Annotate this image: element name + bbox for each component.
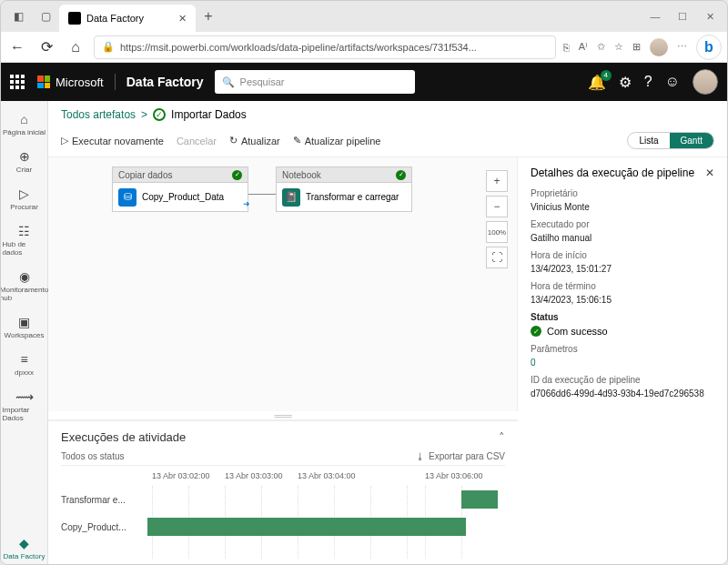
search-icon: 🔍: [222, 76, 235, 88]
copy-data-node[interactable]: Copiar dados✓ ⛁ Copy_Product_Data ➜: [112, 166, 248, 212]
waffle-icon[interactable]: [10, 75, 26, 89]
feedback-icon[interactable]: ☺: [665, 74, 680, 90]
view-gantt[interactable]: Gantt: [670, 133, 713, 148]
breadcrumb-current: Importar Dados: [171, 108, 247, 121]
gantt-time-1: 13 Abr 03:02:00: [152, 471, 210, 480]
notifications-button[interactable]: 🔔4: [588, 74, 606, 91]
export-csv-button[interactable]: ⭳ Exportar para CSV: [416, 451, 505, 461]
home-icon: ⌂: [15, 110, 34, 128]
check-icon: ✓: [232, 170, 242, 180]
lock-icon: 🔒: [102, 41, 115, 53]
favorites-bar-icon[interactable]: ☆: [614, 41, 623, 53]
runby-value: Gatilho manual: [531, 233, 714, 243]
connector: [248, 194, 276, 195]
owner-value: Vinicius Monte: [531, 202, 714, 212]
microsoft-icon: [37, 76, 50, 88]
copy-url-icon[interactable]: ⎘: [563, 42, 570, 53]
search-placeholder: Pesquisar: [240, 76, 285, 87]
rail-import[interactable]: ⟿Importar Dados: [3, 384, 46, 426]
status-filter[interactable]: Todos os status: [61, 451, 124, 461]
gantt-row-copy[interactable]: Copy_Product...: [61, 513, 505, 540]
address-bar: ← ⟳ ⌂ 🔒 https://msit.powerbi.com/workloa…: [1, 32, 727, 63]
runby-label: Executado por: [531, 219, 714, 229]
resizer-handle[interactable]: ═══: [48, 411, 518, 420]
user-avatar[interactable]: [693, 69, 718, 95]
download-icon: ⭳: [416, 451, 425, 461]
rail-browse[interactable]: ▷Procurar: [3, 181, 46, 215]
rail-home[interactable]: ⌂Página inicial: [3, 106, 46, 140]
back-button[interactable]: ←: [6, 36, 28, 58]
breadcrumb-root[interactable]: Todos artefatos: [61, 108, 136, 121]
zoom-controls: + − 100% ⛶: [486, 170, 508, 268]
details-pane: Detalhes da execução de pipeline ✕ Propr…: [518, 157, 727, 564]
view-list[interactable]: Lista: [628, 133, 669, 148]
refresh-pipeline-button[interactable]: ✎Atualizar pipeline: [293, 135, 381, 146]
gantt-time-3: 13 Abr 03:04:00: [298, 471, 356, 480]
refresh-button[interactable]: ⟳: [35, 36, 57, 58]
toolbar: ▷Executar novamente Cancelar ↻Atualizar …: [48, 128, 727, 157]
datafactory-icon: ◆: [15, 534, 34, 552]
rail-create[interactable]: ⊕Criar: [3, 144, 46, 177]
browser-avatar[interactable]: [650, 38, 668, 56]
rail-monitor[interactable]: ◉Monitoramento hub: [3, 264, 46, 306]
check-icon: ✓: [396, 170, 406, 180]
tab-close-icon[interactable]: ✕: [178, 13, 187, 25]
gantt-row-transform[interactable]: Transformar e...: [61, 486, 505, 513]
close-details-button[interactable]: ✕: [705, 166, 714, 179]
bing-icon[interactable]: b: [696, 35, 722, 60]
window-maximize-button[interactable]: ☐: [669, 4, 696, 29]
more-icon[interactable]: ⋯: [677, 41, 687, 53]
ms-logo: Microsoft: [37, 76, 104, 89]
params-label: Parâmetros: [531, 344, 714, 354]
zoom-reset-button[interactable]: ⛶: [486, 247, 508, 268]
zoom-out-button[interactable]: −: [486, 196, 508, 217]
favorite-icon[interactable]: ✩: [597, 41, 605, 53]
zoom-in-button[interactable]: +: [486, 170, 508, 192]
gantt-time-2: 13 Abr 03:03:00: [225, 471, 283, 480]
pipeline-canvas[interactable]: Copiar dados✓ ⛁ Copy_Product_Data ➜ Note…: [48, 157, 518, 411]
gantt-time-4: 13 Abr 03:06:00: [425, 471, 483, 480]
status-label: Status: [531, 312, 714, 322]
rerun-button[interactable]: ▷Executar novamente: [61, 135, 164, 146]
browser-tab[interactable]: Data Factory ✕: [59, 5, 196, 32]
new-tab-button[interactable]: +: [196, 4, 221, 29]
product-name: Data Factory: [126, 75, 204, 89]
left-rail: ⌂Página inicial ⊕Criar ▷Procurar ☷Hub de…: [1, 101, 48, 564]
success-icon: ✓: [153, 108, 166, 121]
data-hub-icon: ☷: [15, 222, 34, 240]
extensions-icon[interactable]: ⊞: [632, 41, 641, 53]
home-button[interactable]: ⌂: [65, 36, 86, 58]
tab-title: Data Factory: [86, 13, 144, 24]
workspaces-icon: ▣: [15, 313, 34, 331]
breadcrumb: Todos artefatos > ✓ Importar Dados: [48, 101, 727, 128]
output-port-icon[interactable]: ➜: [243, 199, 250, 208]
help-icon[interactable]: ?: [644, 74, 652, 90]
rail-datafactory[interactable]: ◆Data Factory: [3, 530, 46, 564]
success-dot-icon: ✓: [531, 326, 541, 337]
notebook-icon: 📓: [282, 188, 300, 207]
window-close-button[interactable]: ✕: [696, 4, 723, 29]
window-minimize-button[interactable]: —: [642, 4, 669, 29]
notebook-node[interactable]: Notebook✓ 📓 Transformar e carregar: [276, 166, 412, 212]
tab-favicon: [68, 12, 81, 25]
url-text: https://msit.powerbi.com/workloads/data-…: [120, 42, 477, 53]
rail-onelake[interactable]: ☷Hub de dados: [3, 218, 46, 260]
search-input[interactable]: 🔍 Pesquisar: [215, 70, 415, 94]
url-input[interactable]: 🔒 https://msit.powerbi.com/workloads/dat…: [94, 35, 556, 59]
settings-icon[interactable]: ⚙: [619, 74, 632, 91]
params-value[interactable]: 0: [531, 358, 714, 368]
read-aloud-icon[interactable]: A⁾: [579, 41, 588, 53]
start-value: 13/4/2023, 15:01:27: [531, 264, 714, 274]
refresh-list-button[interactable]: ↻Atualizar: [229, 135, 280, 146]
play-icon: ▷: [61, 135, 68, 146]
profile-icon[interactable]: ◧: [8, 6, 28, 26]
zoom-fit-button[interactable]: 100%: [486, 221, 508, 243]
breadcrumb-sep: >: [141, 108, 147, 121]
rail-workspaces[interactable]: ▣Workspaces: [3, 309, 46, 343]
tabs-icon[interactable]: ▢: [35, 6, 56, 26]
gantt-bar-transform: [461, 490, 498, 509]
rail-dpxxx[interactable]: ≡dpxxx: [3, 347, 46, 380]
view-toggle: Lista Gantt: [627, 132, 714, 149]
chevron-up-icon[interactable]: ˄: [499, 430, 505, 444]
runid-value: d7066dd6-499d-4d93-93b4-19ed7c296538: [531, 388, 714, 399]
